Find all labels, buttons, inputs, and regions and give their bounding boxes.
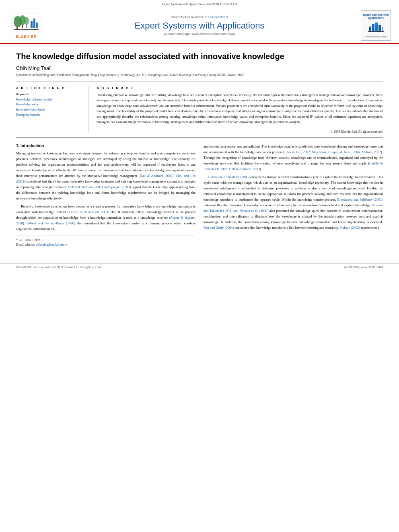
cite-carlile2003b[interactable]: Carlile & Rebentisch, 2003; Hall & Andri… <box>204 161 383 171</box>
section1-right-para2: Carlile and Rebentisch (2003) presented … <box>204 174 383 230</box>
cite-hall2002[interactable]: Hall & Andriani, 2002 <box>140 174 173 178</box>
elsevier-logo-area: ELSEVIER <box>8 13 44 39</box>
svg-rect-17 <box>368 31 384 32</box>
chart-icon <box>368 21 384 34</box>
journal-citation: Expert Systems with Applications 36 (200… <box>0 0 399 7</box>
journal-title: Expert Systems with Applications <box>48 21 351 31</box>
footnote-email: E-mail address: chiluming@mail.tf.edu.tw <box>16 243 195 246</box>
journal-logo-box: Expert Systems with Applications An Inte… <box>361 10 391 41</box>
abstract-text: Introducing innovative knowledge into th… <box>97 92 383 125</box>
keyword-1[interactable]: Knowledge diffusion model <box>16 97 82 103</box>
article-info-right: A B S T R A C T Introducing innovative k… <box>97 86 383 134</box>
svg-rect-12 <box>369 27 371 31</box>
svg-rect-14 <box>375 23 378 31</box>
elsevier-logo: ELSEVIER <box>8 13 44 39</box>
cite-sim2004[interactable]: Sim and Duffy (2004) <box>204 226 234 230</box>
journal-logo-area: Expert Systems with Applications An Inte… <box>355 10 391 41</box>
cite-malone2002[interactable]: Malone (2002) <box>339 226 360 230</box>
cite-carlile2003[interactable]: Carlile & Rebentisch, 2003 <box>69 210 108 214</box>
section1-right-para1: application, acceptance, and assimilatio… <box>204 144 383 172</box>
cite-choi2002b[interactable]: Choi & Lee, 2002; Majchrzak, Cooper, & N… <box>284 150 381 154</box>
sciencedirect-link[interactable]: ScienceDirect <box>208 15 228 19</box>
bottom-bar: 0957-4174/$ - see front matter © 2009 El… <box>0 263 399 271</box>
keywords-label: Keywords: <box>16 92 82 96</box>
issn-text: 0957-4174/$ - see front matter © 2009 El… <box>16 265 103 269</box>
section1-text: Managing innovative knowledge has been a… <box>16 150 195 232</box>
journal-header: ELSEVIER Contents lists available at Sci… <box>0 7 399 44</box>
col-right: application, acceptance, and assimilatio… <box>204 144 383 247</box>
abstract-label: A B S T R A C T <box>97 86 383 90</box>
svg-rect-7 <box>26 25 27 28</box>
sciencedirect-label: Contents lists available at ScienceDirec… <box>48 15 351 19</box>
footnote-tel: * Tel.: +886 7 6939616. <box>16 238 195 242</box>
author-name: Chih Ming Tsai* <box>16 65 383 71</box>
cite-nonaka1995[interactable]: Nonaka and Takeuchi (1995) and Nonaka et… <box>204 203 383 213</box>
col-left: 1. Introduction Managing innovative know… <box>16 144 195 247</box>
keyword-4[interactable]: Enterprise benefits <box>16 113 82 118</box>
keyword-3[interactable]: Innovative knowledge <box>16 107 82 113</box>
svg-rect-10 <box>36 23 38 28</box>
svg-rect-9 <box>33 18 35 28</box>
article-body: The knowledge diffusion model associated… <box>0 44 399 255</box>
article-info-section: A R T I C L E I N F O Keywords: Knowledg… <box>16 82 383 138</box>
footnote-area: * Tel.: +886 7 6939616. E-mail address: … <box>16 236 195 246</box>
article-info-left: A R T I C L E I N F O Keywords: Knowledg… <box>16 86 88 134</box>
cite-bloodgood2001[interactable]: Bloodgood and Salisbury (2001) <box>337 197 383 201</box>
copyright-line: © 2009 Elsevier Ltd. All rights reserved… <box>97 128 383 134</box>
svg-rect-16 <box>382 27 383 31</box>
affiliation: Department of Marketing and Distribution… <box>16 73 383 77</box>
svg-rect-6 <box>22 25 23 28</box>
section1-para2: Recently, knowledge transfer has been vi… <box>16 203 195 232</box>
logo-box-title: Expert Systems with Applications <box>362 13 389 20</box>
keyword-2[interactable]: Knowledge value <box>16 102 82 107</box>
elsevier-svg-logo <box>10 13 42 34</box>
citation-text: Expert Systems with Applications 36 (200… <box>162 2 237 6</box>
svg-rect-15 <box>378 25 381 31</box>
page-wrapper: Expert Systems with Applications 36 (200… <box>0 0 399 532</box>
footnote-email-link[interactable]: chiluming@mail.tf.edu.tw <box>36 243 68 246</box>
elsevier-text: ELSEVIER <box>16 35 37 39</box>
author-sup: * <box>50 65 52 69</box>
svg-rect-11 <box>14 29 39 30</box>
doi-text: doi:10.1016/j.eswa.2009.03.044 <box>344 265 383 269</box>
svg-rect-13 <box>372 24 374 31</box>
cite-hall2002b[interactable]: Hall and Andriani (2002) and Spiegler (2… <box>68 185 131 189</box>
section1-heading: 1. Introduction <box>16 144 195 148</box>
logo-box-sub: An International Journal <box>365 35 387 38</box>
article-info-label: A R T I C L E I N F O <box>16 86 82 90</box>
journal-homepage: journal homepage: www.elsevier.com/locat… <box>48 32 351 36</box>
cite-gilbert1996[interactable]: Gilbert and Gordey-Hayes (1996) <box>27 221 75 225</box>
section1-para1: Managing innovative knowledge has been a… <box>16 150 195 201</box>
article-title: The knowledge diffusion model associated… <box>16 51 383 62</box>
section1-right-text: application, acceptance, and assimilatio… <box>204 144 383 230</box>
two-col-layout: 1. Introduction Managing innovative know… <box>16 144 383 247</box>
journal-title-area: Contents lists available at ScienceDirec… <box>44 15 355 36</box>
cite-carlile2003c[interactable]: Carlile and Rebentisch (2003) <box>208 175 250 179</box>
svg-point-4 <box>24 17 29 25</box>
svg-rect-8 <box>31 21 33 28</box>
